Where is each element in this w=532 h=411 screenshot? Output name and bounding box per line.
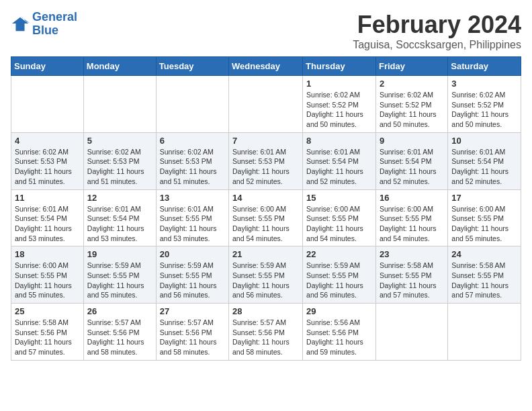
day-number: 29: [306, 306, 372, 316]
calendar-cell: 19Sunrise: 5:59 AM Sunset: 5:55 PM Dayli…: [83, 246, 156, 304]
location-subtitle: Taguisa, Soccsksargen, Philippines: [353, 39, 521, 51]
day-number: 22: [306, 249, 372, 259]
calendar-cell: 23Sunrise: 5:58 AM Sunset: 5:55 PM Dayli…: [375, 246, 447, 304]
day-number: 4: [15, 136, 80, 146]
calendar-week-row: 11Sunrise: 6:01 AM Sunset: 5:54 PM Dayli…: [11, 189, 521, 246]
day-number: 8: [306, 136, 372, 146]
svg-marker-0: [12, 17, 28, 32]
day-number: 10: [451, 136, 517, 146]
day-number: 16: [380, 193, 444, 203]
day-info: Sunrise: 5:58 AM Sunset: 5:55 PM Dayligh…: [380, 261, 444, 300]
logo-text: General Blue: [32, 11, 77, 38]
day-number: 5: [87, 136, 152, 146]
calendar-cell: 28Sunrise: 5:57 AM Sunset: 5:56 PM Dayli…: [229, 304, 303, 361]
day-info: Sunrise: 5:58 AM Sunset: 5:55 PM Dayligh…: [451, 261, 517, 300]
day-number: 23: [380, 249, 444, 259]
day-number: 20: [160, 249, 225, 259]
day-number: 15: [306, 193, 372, 203]
weekday-header-row: SundayMondayTuesdayWednesdayThursdayFrid…: [11, 57, 521, 76]
day-info: Sunrise: 6:01 AM Sunset: 5:53 PM Dayligh…: [232, 147, 299, 187]
calendar-cell: 2Sunrise: 6:02 AM Sunset: 5:52 PM Daylig…: [375, 76, 447, 133]
page-header: General Blue February 2024 Taguisa, Socc…: [11, 11, 521, 51]
day-info: Sunrise: 6:00 AM Sunset: 5:55 PM Dayligh…: [15, 261, 80, 300]
day-number: 27: [160, 306, 225, 316]
weekday-header-thursday: Thursday: [303, 57, 376, 76]
calendar-cell: [83, 76, 156, 133]
calendar-cell: 4Sunrise: 6:02 AM Sunset: 5:53 PM Daylig…: [11, 132, 84, 189]
day-info: Sunrise: 5:58 AM Sunset: 5:56 PM Dayligh…: [15, 318, 80, 357]
day-info: Sunrise: 5:59 AM Sunset: 5:55 PM Dayligh…: [87, 261, 152, 300]
day-number: 14: [232, 193, 299, 203]
calendar-table: SundayMondayTuesdayWednesdayThursdayFrid…: [11, 56, 521, 361]
calendar-cell: 15Sunrise: 6:00 AM Sunset: 5:55 PM Dayli…: [303, 189, 376, 246]
day-number: 9: [380, 136, 444, 146]
day-number: 2: [380, 79, 444, 89]
day-number: 12: [87, 193, 152, 203]
calendar-cell: 22Sunrise: 5:59 AM Sunset: 5:55 PM Dayli…: [303, 246, 376, 304]
day-info: Sunrise: 6:01 AM Sunset: 5:54 PM Dayligh…: [15, 204, 80, 244]
day-info: Sunrise: 6:01 AM Sunset: 5:54 PM Dayligh…: [87, 204, 152, 244]
calendar-cell: 3Sunrise: 6:02 AM Sunset: 5:52 PM Daylig…: [448, 76, 521, 133]
day-number: 13: [160, 193, 225, 203]
calendar-cell: [448, 304, 521, 361]
weekday-header-sunday: Sunday: [11, 57, 84, 76]
day-info: Sunrise: 6:01 AM Sunset: 5:54 PM Dayligh…: [451, 147, 517, 187]
day-info: Sunrise: 6:00 AM Sunset: 5:55 PM Dayligh…: [451, 204, 517, 244]
calendar-cell: 20Sunrise: 5:59 AM Sunset: 5:55 PM Dayli…: [156, 246, 228, 304]
day-number: 11: [15, 193, 80, 203]
calendar-cell: [11, 76, 84, 133]
day-info: Sunrise: 6:01 AM Sunset: 5:54 PM Dayligh…: [306, 147, 372, 187]
day-number: 17: [451, 193, 517, 203]
day-info: Sunrise: 6:02 AM Sunset: 5:53 PM Dayligh…: [160, 147, 225, 187]
calendar-cell: 26Sunrise: 5:57 AM Sunset: 5:56 PM Dayli…: [83, 304, 156, 361]
calendar-cell: 1Sunrise: 6:02 AM Sunset: 5:52 PM Daylig…: [303, 76, 376, 133]
weekday-header-saturday: Saturday: [448, 57, 521, 76]
logo: General Blue: [11, 11, 77, 38]
calendar-cell: 5Sunrise: 6:02 AM Sunset: 5:53 PM Daylig…: [83, 132, 156, 189]
day-info: Sunrise: 5:59 AM Sunset: 5:55 PM Dayligh…: [232, 261, 299, 300]
calendar-week-row: 4Sunrise: 6:02 AM Sunset: 5:53 PM Daylig…: [11, 132, 521, 189]
day-number: 28: [232, 306, 299, 316]
calendar-cell: [229, 76, 303, 133]
day-info: Sunrise: 6:02 AM Sunset: 5:53 PM Dayligh…: [15, 147, 80, 187]
calendar-cell: 29Sunrise: 5:56 AM Sunset: 5:56 PM Dayli…: [303, 304, 376, 361]
calendar-cell: 8Sunrise: 6:01 AM Sunset: 5:54 PM Daylig…: [303, 132, 376, 189]
calendar-cell: 12Sunrise: 6:01 AM Sunset: 5:54 PM Dayli…: [83, 189, 156, 246]
calendar-cell: 17Sunrise: 6:00 AM Sunset: 5:55 PM Dayli…: [448, 189, 521, 246]
calendar-week-row: 18Sunrise: 6:00 AM Sunset: 5:55 PM Dayli…: [11, 246, 521, 304]
calendar-cell: 10Sunrise: 6:01 AM Sunset: 5:54 PM Dayli…: [448, 132, 521, 189]
day-info: Sunrise: 5:57 AM Sunset: 5:56 PM Dayligh…: [87, 318, 152, 357]
day-info: Sunrise: 6:00 AM Sunset: 5:55 PM Dayligh…: [306, 204, 372, 244]
calendar-cell: 7Sunrise: 6:01 AM Sunset: 5:53 PM Daylig…: [229, 132, 303, 189]
day-number: 18: [15, 249, 80, 259]
logo-bird-icon: [11, 15, 30, 34]
day-number: 26: [87, 306, 152, 316]
calendar-cell: 24Sunrise: 5:58 AM Sunset: 5:55 PM Dayli…: [448, 246, 521, 304]
day-number: 19: [87, 249, 152, 259]
calendar-cell: 18Sunrise: 6:00 AM Sunset: 5:55 PM Dayli…: [11, 246, 84, 304]
day-info: Sunrise: 6:01 AM Sunset: 5:54 PM Dayligh…: [380, 147, 444, 187]
day-info: Sunrise: 6:02 AM Sunset: 5:52 PM Dayligh…: [380, 90, 444, 130]
day-number: 24: [451, 249, 517, 259]
weekday-header-tuesday: Tuesday: [156, 57, 228, 76]
day-info: Sunrise: 5:59 AM Sunset: 5:55 PM Dayligh…: [306, 261, 372, 300]
day-info: Sunrise: 6:02 AM Sunset: 5:53 PM Dayligh…: [87, 147, 152, 187]
calendar-week-row: 25Sunrise: 5:58 AM Sunset: 5:56 PM Dayli…: [11, 304, 521, 361]
calendar-cell: 9Sunrise: 6:01 AM Sunset: 5:54 PM Daylig…: [375, 132, 447, 189]
day-info: Sunrise: 5:57 AM Sunset: 5:56 PM Dayligh…: [160, 318, 225, 357]
calendar-cell: [375, 304, 447, 361]
day-number: 21: [232, 249, 299, 259]
calendar-cell: 27Sunrise: 5:57 AM Sunset: 5:56 PM Dayli…: [156, 304, 228, 361]
day-number: 7: [232, 136, 299, 146]
day-number: 25: [15, 306, 80, 316]
day-number: 3: [451, 79, 517, 89]
title-block: February 2024 Taguisa, Soccsksargen, Phi…: [353, 11, 521, 51]
calendar-week-row: 1Sunrise: 6:02 AM Sunset: 5:52 PM Daylig…: [11, 76, 521, 133]
weekday-header-wednesday: Wednesday: [229, 57, 303, 76]
day-info: Sunrise: 6:00 AM Sunset: 5:55 PM Dayligh…: [232, 204, 299, 244]
calendar-cell: 11Sunrise: 6:01 AM Sunset: 5:54 PM Dayli…: [11, 189, 84, 246]
day-info: Sunrise: 5:57 AM Sunset: 5:56 PM Dayligh…: [232, 318, 299, 357]
calendar-cell: 13Sunrise: 6:01 AM Sunset: 5:55 PM Dayli…: [156, 189, 228, 246]
day-info: Sunrise: 6:00 AM Sunset: 5:55 PM Dayligh…: [380, 204, 444, 244]
day-info: Sunrise: 6:02 AM Sunset: 5:52 PM Dayligh…: [306, 90, 372, 130]
